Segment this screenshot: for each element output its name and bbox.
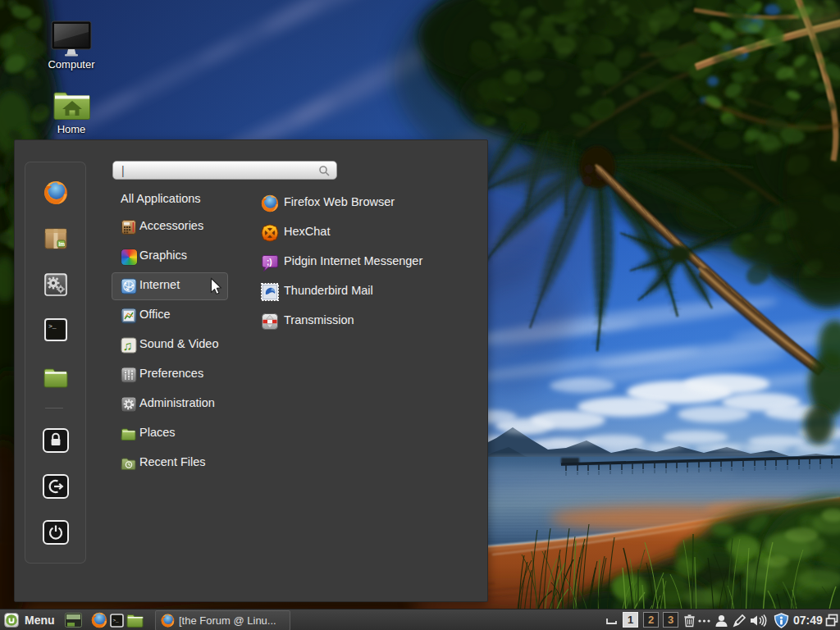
svg-text:;): ;) (267, 258, 272, 267)
svg-text:lm: lm (58, 241, 65, 247)
svg-text:>_: >_ (48, 322, 57, 330)
svg-text:>_: >_ (113, 618, 120, 623)
svg-text:♫: ♫ (123, 339, 133, 353)
